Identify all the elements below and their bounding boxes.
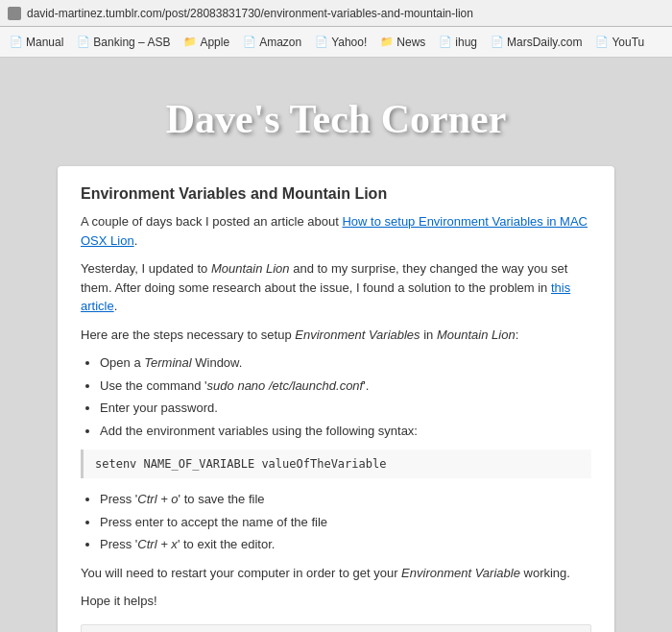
site-title: Dave's Tech Corner	[0, 96, 672, 142]
para3c: in	[420, 328, 437, 342]
bookmark-label-banking: Banking – ASB	[93, 36, 170, 49]
article-card: Environment Variables and Mountain Lion …	[58, 166, 614, 632]
url-text[interactable]: david-martinez.tumblr.com/post/280838317…	[27, 7, 473, 20]
bookmark-banking[interactable]: 📄 Banking – ASB	[71, 34, 176, 51]
command-em: sudo nano /etc/launchd.conf	[207, 378, 364, 393]
bookmark-label-amazon: Amazon	[259, 36, 301, 49]
bookmark-icon-news: 📁	[380, 36, 394, 48]
step-6: Press enter to accept the name of the fi…	[100, 513, 591, 532]
bookmark-icon-yahoo: 📄	[315, 36, 328, 48]
terminal-em: Terminal	[144, 355, 191, 370]
ctrl-x-em: Ctrl + x	[137, 537, 178, 551]
env-var-em: Environment Variable	[401, 566, 520, 580]
bookmark-label-manual: Manual	[26, 36, 63, 49]
bookmark-label-marsdaily: MarsDaily.com	[507, 36, 582, 49]
steps-list-2: Press 'Ctrl + o' to save the file Press …	[100, 490, 591, 554]
article-para5: Hope it helps!	[81, 592, 591, 611]
bookmark-youtube[interactable]: 📄 YouTu	[589, 34, 650, 51]
bookmark-label-news: News	[396, 36, 425, 49]
bookmark-label-ihug: ihug	[455, 36, 477, 49]
bookmark-ihug[interactable]: 📄 ihug	[433, 34, 483, 51]
bookmarks-bar: 📄 Manual 📄 Banking – ASB 📁 Apple 📄 Amazo…	[0, 27, 672, 58]
step-7: Press 'Ctrl + x' to exit the editor.	[100, 535, 591, 554]
bookmark-yahoo[interactable]: 📄 Yahoo!	[309, 34, 372, 51]
bookmark-icon-manual: 📄	[10, 36, 23, 48]
bookmark-icon-youtube: 📄	[595, 36, 609, 48]
page-content: Dave's Tech Corner Environment Variables…	[0, 58, 672, 632]
step-1: Open a Terminal Window.	[100, 353, 591, 373]
para2a: Yesterday, I updated to	[81, 261, 211, 276]
mountain-lion-em2: Mountain Lion	[437, 328, 516, 342]
favicon-icon	[8, 7, 21, 20]
bookmark-icon-marsdaily: 📄	[491, 36, 504, 48]
steps-list-1: Open a Terminal Window. Use the command …	[100, 353, 591, 440]
bookmark-icon-banking: 📄	[77, 36, 90, 48]
mountain-lion-em: Mountain Lion	[211, 261, 290, 276]
site-header: Dave's Tech Corner	[0, 77, 672, 166]
para3e: :	[516, 328, 519, 342]
bookmark-label-apple: Apple	[200, 36, 229, 49]
para3a: Here are the steps necessary to setup	[81, 328, 295, 342]
article-meta: Posted 1 year ago	[81, 624, 591, 633]
article-body: A couple of days back I posted an articl…	[81, 212, 591, 611]
address-bar: david-martinez.tumblr.com/post/280838317…	[0, 0, 672, 27]
para2d: .	[114, 299, 118, 313]
article-title: Environment Variables and Mountain Lion	[81, 185, 591, 203]
step-4: Add the environment variables using the …	[100, 422, 591, 441]
step-5: Press 'Ctrl + o' to save the file	[100, 490, 591, 509]
ctrl-o-em: Ctrl + o	[137, 492, 178, 506]
bookmark-marsdaily[interactable]: 📄 MarsDaily.com	[485, 34, 588, 51]
para4a: You will need to restart your computer i…	[81, 566, 401, 580]
article-para3: Here are the steps necessary to setup En…	[81, 326, 591, 345]
step-3: Enter your password.	[100, 399, 591, 418]
bookmark-manual[interactable]: 📄 Manual	[4, 34, 69, 51]
bookmark-icon-apple: 📁	[183, 36, 197, 48]
bookmark-label-yahoo: Yahoo!	[331, 36, 367, 49]
code-block: setenv NAME_OF_VARIABLE valueOfTheVariab…	[81, 450, 591, 478]
step-2: Use the command 'sudo nano /etc/launchd.…	[100, 377, 591, 396]
para4c: working.	[520, 566, 570, 580]
para1-text: A couple of days back I posted an articl…	[81, 214, 342, 229]
article-para1: A couple of days back I posted an articl…	[81, 212, 591, 250]
env-vars-em: Environment Variables	[295, 328, 420, 342]
article-para2: Yesterday, I updated to Mountain Lion an…	[81, 259, 591, 316]
bookmark-icon-amazon: 📄	[243, 36, 256, 48]
bookmark-apple[interactable]: 📁 Apple	[178, 34, 235, 51]
article-para4: You will need to restart your computer i…	[81, 564, 591, 583]
bookmark-label-youtube: YouTu	[612, 36, 644, 49]
para1-end: .	[134, 233, 138, 248]
bookmark-news[interactable]: 📁 News	[374, 34, 431, 51]
bookmark-icon-ihug: 📄	[439, 36, 452, 48]
bookmark-amazon[interactable]: 📄 Amazon	[237, 34, 307, 51]
